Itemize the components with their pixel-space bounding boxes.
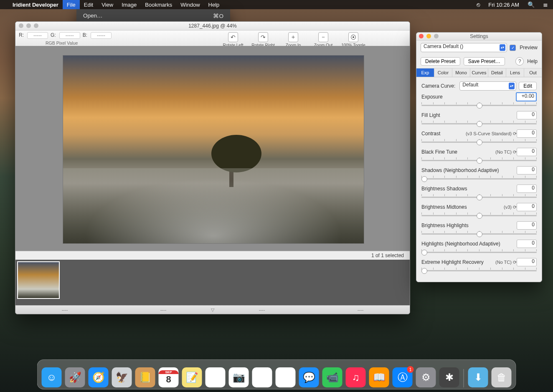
value-input[interactable]: 0 (517, 221, 537, 230)
slider[interactable] (421, 157, 537, 163)
control-label: Brightness Highlights (421, 223, 517, 228)
control-brightness-highlights: Brightness Highlights0 (421, 221, 537, 230)
settings-titlebar[interactable]: Settings (416, 33, 542, 40)
slider[interactable] (421, 102, 537, 108)
control-shadows-neighborhood-adaptive-: Shadows (Neighborhood Adaptive)0 (421, 166, 537, 175)
dock-finder-icon[interactable]: ☺ (42, 367, 62, 387)
tab-detail[interactable]: Detail (488, 68, 506, 77)
100-toggle-button[interactable]: ⦿100% Toggle (341, 32, 365, 48)
dock-appstore-icon[interactable]: Ⓐ1 (393, 367, 413, 387)
dock-reminders-icon[interactable]: ☑ (205, 367, 226, 387)
tab-mono[interactable]: Mono (452, 68, 470, 77)
control-label: Highlights (Neighborhood Adaptive) (421, 241, 517, 247)
dock-trash-icon[interactable]: 🗑 (492, 367, 512, 387)
control-brightness-shadows: Brightness Shadows0 (421, 184, 537, 193)
value-input[interactable]: +0.00 (516, 92, 537, 101)
control-fill-light: Fill Light0 (421, 111, 537, 120)
preview-checkbox[interactable]: ✓ (510, 45, 516, 51)
save-preset-button[interactable]: Save Preset… (464, 57, 505, 66)
dock-photos-icon[interactable]: ✿ (276, 367, 296, 387)
bottom-info-bar: ▽ ---------------- (15, 305, 410, 314)
preset-dropdown[interactable]: Camera Default ()▴▾ (421, 43, 507, 52)
dock-facetime-icon[interactable]: 📹 (322, 367, 342, 387)
menu-item[interactable]: Open…⌘O (76, 12, 230, 20)
rotate-left-button[interactable]: ↶Rotate Left (221, 32, 245, 48)
tab-color[interactable]: Color (434, 68, 452, 77)
value-input[interactable]: 0 (517, 166, 537, 175)
app-name[interactable]: Iridient Developer (8, 2, 63, 8)
value-input[interactable]: 0 (517, 129, 537, 138)
slider[interactable] (421, 139, 537, 145)
camera-curve-dropdown[interactable]: Default▴▾ (459, 81, 516, 91)
value-input[interactable]: 0 (517, 185, 537, 193)
slider[interactable] (421, 212, 537, 218)
dock-launchpad-icon[interactable]: 🚀 (65, 367, 85, 387)
control-mode[interactable]: (No TC) ⟳ (495, 260, 517, 265)
dock-photobooth-icon[interactable]: 📷 (229, 367, 249, 387)
control-contrast: Contrast(v3 S-Curve Standard) ⟳0 (421, 129, 537, 138)
pixel-r-value: ----- (27, 32, 48, 39)
menu-file[interactable]: File (63, 0, 80, 9)
control-label: Shadows (Neighborhood Adaptive) (421, 167, 517, 173)
control-mode[interactable]: (No TC) ⟳ (495, 149, 517, 155)
slider[interactable] (421, 231, 537, 237)
info-field: ---- (251, 307, 272, 312)
menubar: Iridient Developer FileEditViewImageBook… (0, 0, 553, 9)
menu-help[interactable]: Help (204, 0, 224, 9)
slider[interactable] (421, 194, 537, 200)
traffic-lights[interactable] (19, 23, 38, 28)
edit-curve-button[interactable]: Edit (519, 82, 537, 90)
control-label: Brightness Midtones (421, 204, 504, 210)
value-input[interactable]: 0 (517, 258, 537, 266)
tab-exp[interactable]: Exp (416, 68, 434, 77)
dock-downloads-icon[interactable]: ⬇ (468, 367, 488, 387)
control-mode[interactable]: (v3 S-Curve Standard) ⟳ (466, 131, 517, 137)
delete-preset-button[interactable]: Delete Preset (421, 57, 460, 66)
tab-curves[interactable]: Curves (470, 68, 488, 77)
slider[interactable] (421, 249, 537, 255)
value-input[interactable]: 0 (517, 203, 537, 211)
selection-status: 1 of 1 selected (15, 251, 410, 259)
notification-icon[interactable]: ⎋ (475, 1, 482, 8)
dock-itunes-icon[interactable]: ♫ (346, 367, 366, 387)
dock-preview-icon[interactable]: 🖼 (252, 367, 272, 387)
zoom-in-button[interactable]: ＋Zoom In (281, 32, 305, 48)
rotate-right-button[interactable]: ↷Rotate Right (251, 32, 275, 48)
dock-ibooks-icon[interactable]: 📖 (369, 367, 389, 387)
editor-titlebar[interactable]: 1287_446.jpg @ 44% (15, 22, 410, 30)
dock-messages-icon[interactable]: 💬 (299, 367, 319, 387)
dock-sysprefs-icon[interactable]: ⚙ (416, 367, 436, 387)
control-label: Contrast (421, 131, 466, 137)
image-preview[interactable] (63, 55, 364, 244)
thumbnail[interactable] (17, 261, 60, 299)
dock-calendar-icon[interactable]: SEP8 (159, 367, 179, 387)
tab-lens[interactable]: Lens (506, 68, 524, 77)
menu-window[interactable]: Window (176, 0, 204, 9)
menu-view[interactable]: View (97, 0, 117, 9)
info-field: ---- (153, 307, 174, 312)
dock-contacts-icon[interactable]: 📒 (135, 367, 155, 387)
clock[interactable]: Fri 10:26 AM (487, 2, 521, 8)
zoom-out-button[interactable]: －Zoom Out (311, 32, 335, 48)
dock-safari-icon[interactable]: 🧭 (89, 367, 109, 387)
disclosure-icon[interactable]: ▽ (202, 307, 223, 313)
value-input[interactable]: 0 (517, 111, 537, 119)
control-label: Black Fine Tune (421, 149, 495, 155)
tab-out[interactable]: Out (524, 68, 542, 77)
menu-image[interactable]: Image (117, 0, 141, 9)
help-icon[interactable]: ? (515, 57, 524, 66)
menu-bookmarks[interactable]: Bookmarks (141, 0, 176, 9)
slider[interactable] (421, 268, 537, 273)
slider[interactable] (421, 121, 537, 126)
list-icon[interactable]: ≣ (541, 1, 550, 8)
slider[interactable] (421, 176, 537, 182)
control-label: Extreme Highlight Recovery (421, 259, 495, 265)
control-mode[interactable]: (v3) ⟳ (504, 205, 517, 210)
dock-mail-icon[interactable]: 🦅 (112, 367, 132, 387)
dock-notes-icon[interactable]: 📝 (182, 367, 202, 387)
value-input[interactable]: 0 (517, 148, 537, 156)
dock-iridient-icon[interactable]: ✱ (439, 367, 459, 387)
menu-edit[interactable]: Edit (80, 0, 97, 9)
spotlight-icon[interactable]: 🔍 (526, 1, 536, 8)
value-input[interactable]: 0 (517, 240, 537, 248)
